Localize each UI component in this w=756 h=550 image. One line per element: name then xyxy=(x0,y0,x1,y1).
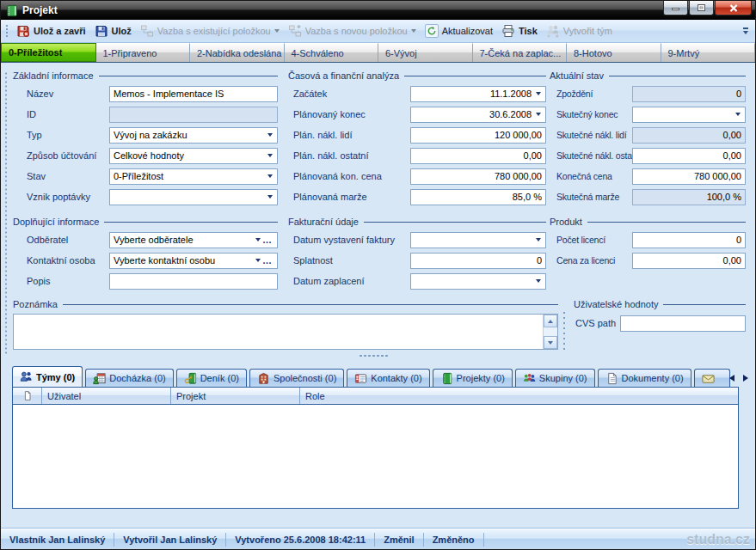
grid-body-empty[interactable] xyxy=(13,405,738,508)
chevron-down-icon[interactable] xyxy=(266,152,274,160)
tab-nabidka-odeslana[interactable]: 2-Nabídka odeslána xyxy=(190,43,285,62)
scroll-down-button[interactable] xyxy=(544,336,557,349)
chevron-down-icon[interactable] xyxy=(266,131,274,139)
chevron-down-icon[interactable] xyxy=(266,193,274,201)
tab-projekty[interactable]: Projekty (0) xyxy=(433,369,513,387)
splatnost-input[interactable]: 0 xyxy=(410,253,546,269)
arrow-down-icon xyxy=(548,341,553,345)
chevron-down-icon[interactable] xyxy=(734,111,741,119)
save-label: Ulož xyxy=(112,26,132,36)
tab-tymy[interactable]: Týmy (0) xyxy=(12,366,83,387)
scroll-tabs-left-button[interactable] xyxy=(729,375,734,382)
chevron-down-icon xyxy=(743,31,748,34)
stav-combo[interactable]: 0-Příležitost xyxy=(109,168,278,185)
section-title: Doplňující informace xyxy=(13,217,99,227)
maximize-button[interactable] xyxy=(689,1,714,15)
skutecne-nakl-lidi-input: 0,00 xyxy=(632,127,746,144)
chevron-down-icon[interactable] xyxy=(266,173,274,180)
tab-ceka-na-zaplaceni[interactable]: 7-Čeká na zaplac... xyxy=(473,43,568,62)
refresh-button[interactable]: Aktualizovat xyxy=(421,21,497,40)
link-existing-icon xyxy=(140,24,154,38)
tab-skupiny[interactable]: Skupiny (0) xyxy=(515,369,595,387)
tab-denik[interactable]: Deník (0) xyxy=(176,369,247,387)
chevron-down-icon[interactable] xyxy=(254,236,261,244)
note-textarea[interactable] xyxy=(13,314,558,350)
konecna-cena-input[interactable]: 780 000,00 xyxy=(632,168,746,185)
refresh-label: Aktualizovat xyxy=(442,26,493,36)
zpozdeni-label: Zpoždění xyxy=(556,89,632,99)
projects-icon xyxy=(440,372,453,385)
save-close-button[interactable]: Ulož a zavři xyxy=(12,21,90,40)
popis-input[interactable] xyxy=(109,273,278,290)
planovana-marze-input[interactable]: 85,0 % xyxy=(410,189,546,205)
cvs-path-input[interactable] xyxy=(620,315,746,332)
tab-mrtvy[interactable]: 9-Mrtvý xyxy=(661,43,756,62)
skutecny-konec-datepicker[interactable] xyxy=(632,107,746,123)
planovana-kon-cena-label: Plánovaná kon. cena xyxy=(293,171,410,181)
chevron-down-icon[interactable] xyxy=(534,278,542,285)
left-splitter[interactable] xyxy=(4,71,8,355)
tab-spolecnosti[interactable]: Společnosti (0) xyxy=(249,369,344,387)
scroll-up-button[interactable] xyxy=(544,315,557,327)
tab-label: Kontakty (0) xyxy=(371,373,421,383)
tab-hotovo[interactable]: 8-Hotovo xyxy=(567,43,661,62)
print-button[interactable]: Tisk xyxy=(497,21,542,40)
green-notebook-icon xyxy=(5,4,18,17)
cena-za-licenci-input[interactable]: 0,00 xyxy=(632,253,746,269)
column-icon-header[interactable] xyxy=(13,388,42,404)
create-team-label: Vytvořit tým xyxy=(563,26,612,36)
section-title: Časová a finanční analýza xyxy=(288,70,399,81)
tab-pripraveno[interactable]: 1-Připraveno xyxy=(96,43,191,62)
pocet-licenci-input[interactable]: 0 xyxy=(632,232,746,248)
overflow-bar-icon xyxy=(743,28,748,29)
tab-schvaleno[interactable]: 4-Schváleno xyxy=(285,43,379,62)
konecna-cena-label: Konečná cena xyxy=(556,171,632,181)
tab-vyvoj[interactable]: 6-Vývoj xyxy=(378,43,473,62)
scroll-tabs-right-button[interactable] xyxy=(743,375,748,382)
skutecne-nakl-ostatni-input[interactable]: 0,00 xyxy=(632,148,746,164)
chevron-down-icon[interactable] xyxy=(254,257,261,265)
typ-combo[interactable]: Vývoj na zakázku xyxy=(109,127,278,144)
planovany-konec-datepicker[interactable]: 30.6.2008 xyxy=(410,107,546,123)
project-form: Základní informace NázevMemos - Implemen… xyxy=(1,63,755,365)
save-button[interactable]: Ulož xyxy=(90,21,136,40)
planovana-kon-cena-input[interactable]: 780 000,00 xyxy=(410,168,546,185)
zacatek-datepicker[interactable]: 11.1.2008 xyxy=(410,86,546,102)
column-uzivatel[interactable]: Uživatel xyxy=(42,388,171,404)
plan-nakl-lidi-input[interactable]: 120 000,00 xyxy=(410,127,546,144)
chevron-down-icon[interactable] xyxy=(534,236,542,244)
datum-vystaveni-datepicker[interactable] xyxy=(410,232,546,248)
datum-zaplaceni-datepicker[interactable] xyxy=(410,273,546,290)
odberatel-combo[interactable]: Vyberte odběratele… xyxy=(109,232,278,248)
tab-mail[interactable] xyxy=(694,369,730,387)
save-close-label: Ulož a zavři xyxy=(34,26,86,36)
odberatel-browse-button[interactable]: … xyxy=(261,235,274,245)
plan-nakl-ostatni-input[interactable]: 0,00 xyxy=(410,148,546,164)
status-tab-strip: 0-Příležitost 1-Připraveno 2-Nabídka ode… xyxy=(1,43,755,63)
column-role[interactable]: Role xyxy=(300,388,738,404)
column-projekt[interactable]: Projekt xyxy=(171,388,300,404)
nazev-input[interactable]: Memos - Implementace IS xyxy=(109,86,278,102)
close-button[interactable] xyxy=(715,1,752,15)
chevron-down-icon[interactable] xyxy=(534,111,542,119)
tab-dochazka[interactable]: Docházka (0) xyxy=(85,369,173,387)
kontaktni-osoba-combo[interactable]: Vyberte kontaktní osobu… xyxy=(109,253,278,269)
note-scrollbar[interactable] xyxy=(543,315,557,349)
toolbar-grip[interactable] xyxy=(5,24,9,39)
note-text[interactable] xyxy=(14,315,543,349)
toolbar-overflow-button[interactable] xyxy=(740,21,752,40)
cvs-path-label: CVS path xyxy=(575,318,620,328)
tab-kontakty[interactable]: Kontakty (0) xyxy=(347,369,429,387)
horizontal-splitter[interactable] xyxy=(359,354,388,358)
kontaktni-osoba-browse-button[interactable]: … xyxy=(261,255,274,266)
vznik-poptavky-combo[interactable] xyxy=(109,189,278,205)
section-title: Základní informace xyxy=(13,70,94,81)
status-created-by: Vytvořil Jan Lalinský xyxy=(114,533,226,547)
title-bar[interactable]: Projekt xyxy=(1,1,755,20)
vertical-splitter[interactable] xyxy=(562,310,566,351)
tab-prilezitost[interactable]: 0-Příležitost xyxy=(1,43,96,62)
minimize-button[interactable] xyxy=(663,1,688,15)
chevron-down-icon[interactable] xyxy=(534,90,542,98)
zpusob-uctovani-combo[interactable]: Celkové hodnoty xyxy=(109,148,278,164)
tab-dokumenty[interactable]: Dokumenty (0) xyxy=(598,369,691,387)
